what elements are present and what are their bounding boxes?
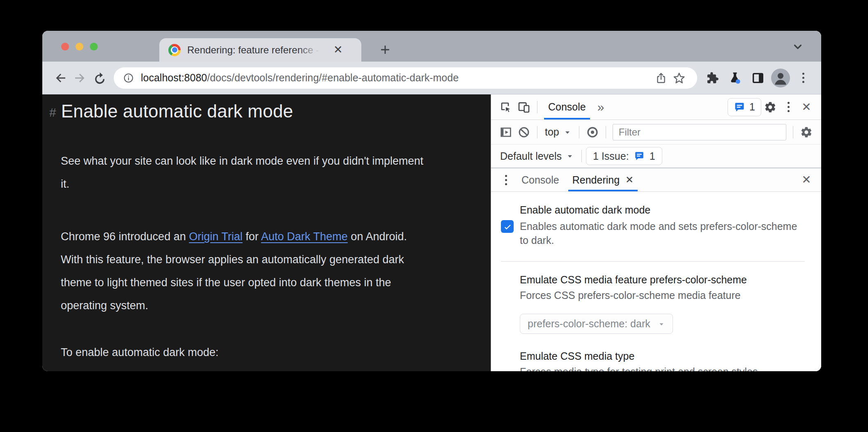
- eye-icon: [586, 126, 599, 139]
- kebab-menu-icon: [796, 73, 811, 83]
- toolbar-divider: [537, 126, 537, 138]
- devtools-panel: Console » 1: [491, 94, 821, 371]
- auto-dark-theme-link[interactable]: Auto Dark Theme: [261, 230, 348, 243]
- devtools-settings-button[interactable]: [761, 98, 779, 116]
- back-button[interactable]: [51, 68, 70, 88]
- heading-anchor[interactable]: #: [49, 103, 56, 119]
- plus-icon: [378, 43, 392, 57]
- extensions-button[interactable]: [702, 68, 722, 88]
- setting-description: Enables automatic dark mode and sets pre…: [520, 219, 803, 247]
- active-tab-indicator: [568, 190, 638, 191]
- console-sidebar-button[interactable]: [497, 123, 515, 141]
- new-tab-button[interactable]: [376, 40, 395, 59]
- close-icon: ✕: [801, 101, 811, 113]
- drawer-menu-button[interactable]: [497, 171, 515, 189]
- zoom-window-button[interactable]: [90, 43, 98, 51]
- browser-menu-button[interactable]: [793, 68, 813, 88]
- issues-bubble-icon: [734, 101, 745, 113]
- devtools-main-tabbar: Console » 1: [491, 94, 821, 120]
- prefers-color-scheme-select[interactable]: prefers-color-scheme: dark: [520, 314, 673, 334]
- issues-badge-count: 1: [749, 101, 755, 113]
- forward-button[interactable]: [70, 68, 90, 88]
- drawer-close-button[interactable]: ✕: [797, 171, 815, 189]
- reload-icon: [93, 71, 107, 85]
- setting-description: Forces media type for testing print and …: [501, 365, 784, 371]
- toolbar-divider: [537, 101, 537, 113]
- share-icon: [655, 71, 667, 85]
- active-tab-indicator: [544, 118, 590, 119]
- info-icon[interactable]: [123, 72, 134, 84]
- device-toolbar-button[interactable]: [515, 98, 533, 116]
- side-panel-button[interactable]: [748, 68, 768, 88]
- console-sidebar-icon: [499, 126, 512, 139]
- setting-title: Enable automatic dark mode: [520, 204, 805, 216]
- rendering-panel: Enable automatic dark mode Enables autom…: [491, 192, 821, 371]
- checkmark-icon: [503, 222, 512, 231]
- console-filterbar: Default levels 1 Issue: 1: [491, 145, 821, 168]
- tab-console[interactable]: Console: [542, 94, 592, 119]
- profile-avatar[interactable]: [771, 69, 790, 87]
- page-content: # Enable automatic dark mode See what yo…: [42, 94, 491, 371]
- setting-title: Emulate CSS media feature prefers-color-…: [501, 274, 805, 286]
- gear-icon: [800, 126, 813, 138]
- log-levels-selector[interactable]: Default levels: [497, 150, 577, 162]
- traffic-lights: [61, 43, 98, 51]
- issues-counter-button[interactable]: 1: [728, 98, 761, 116]
- live-expression-button[interactable]: [583, 123, 602, 141]
- javascript-context-selector[interactable]: top: [542, 126, 575, 138]
- kebab-menu-icon: [781, 102, 796, 112]
- dropdown-caret-icon: [566, 152, 574, 160]
- kebab-menu-icon: [498, 175, 513, 185]
- console-settings-button[interactable]: [797, 123, 815, 141]
- beaker-icon: [728, 71, 742, 85]
- origin-trial-link[interactable]: Origin Trial: [189, 230, 243, 243]
- drawer-tab-rendering[interactable]: Rendering ✕: [566, 168, 640, 191]
- minimize-window-button[interactable]: [76, 43, 83, 51]
- browser-window: Rendering: feature reference - C ✕: [42, 31, 821, 371]
- devtools-menu-button[interactable]: [779, 98, 797, 116]
- forward-arrow-icon: [73, 71, 87, 85]
- drawer-tab-console[interactable]: Console: [515, 168, 566, 191]
- tab-title: Rendering: feature reference - C: [187, 44, 327, 56]
- close-rendering-tab-icon[interactable]: ✕: [625, 175, 634, 185]
- browser-toolbar: localhost:8080/docs/devtools/rendering/#…: [42, 62, 821, 94]
- url-bar[interactable]: localhost:8080/docs/devtools/rendering/#…: [114, 67, 697, 89]
- toolbar-divider: [579, 126, 579, 138]
- reload-button[interactable]: [90, 68, 110, 88]
- tab-title-fade: [298, 44, 327, 56]
- dropdown-caret-icon: [563, 128, 572, 136]
- close-window-button[interactable]: [61, 43, 69, 51]
- star-icon: [673, 71, 686, 85]
- auto-dark-mode-section: Enable automatic dark mode Enables autom…: [501, 192, 805, 262]
- experiments-button[interactable]: [725, 68, 745, 88]
- more-panels-button[interactable]: »: [592, 100, 610, 114]
- inspect-cursor-icon: [499, 101, 512, 114]
- setting-title: Emulate CSS media type: [501, 350, 805, 362]
- tab-strip: Rendering: feature reference - C ✕: [42, 31, 821, 62]
- auto-dark-mode-checkbox[interactable]: [501, 220, 514, 233]
- setting-description: Forces CSS prefers-color-scheme media fe…: [501, 288, 784, 302]
- clear-console-button[interactable]: [515, 123, 533, 141]
- toolbar-divider: [606, 126, 606, 138]
- person-icon: [771, 69, 790, 87]
- issues-bubble-icon: [634, 151, 645, 161]
- inspect-element-button[interactable]: [497, 98, 515, 116]
- bookmark-button[interactable]: [670, 68, 688, 88]
- toolbar-divider: [793, 126, 793, 138]
- tab-close-icon[interactable]: ✕: [333, 44, 343, 55]
- block-icon: [517, 126, 530, 139]
- url-text: localhost:8080/docs/devtools/rendering/#…: [141, 72, 652, 84]
- puzzle-icon: [705, 71, 719, 85]
- device-toolbar-icon: [517, 101, 530, 114]
- prefers-color-scheme-section: Emulate CSS media feature prefers-color-…: [501, 262, 805, 348]
- console-toolbar: top: [491, 120, 821, 145]
- toolbar-right-icons: [702, 68, 813, 88]
- issues-button[interactable]: 1 Issue: 1: [586, 147, 662, 165]
- browser-tab[interactable]: Rendering: feature reference - C ✕: [159, 38, 361, 62]
- feature-paragraph: Chrome 96 introduced an Origin Trial for…: [61, 225, 430, 317]
- back-arrow-icon: [53, 71, 68, 85]
- tab-search-chevron-icon[interactable]: [791, 41, 805, 55]
- share-button[interactable]: [652, 68, 670, 88]
- devtools-close-button[interactable]: ✕: [797, 98, 815, 116]
- console-filter-input[interactable]: [613, 124, 786, 140]
